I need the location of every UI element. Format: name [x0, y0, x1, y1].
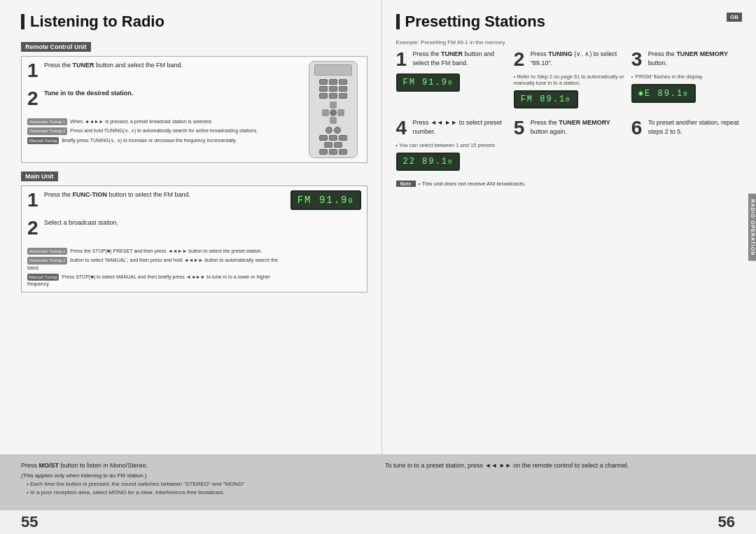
- remote-image: [305, 61, 361, 158]
- bottom-right: To tune in to a preset station, press ◄◄…: [385, 461, 735, 471]
- display-fm-1: FM 91.90: [396, 73, 461, 92]
- main-unit-header: Main Unit: [21, 171, 58, 181]
- remote-section: Remote Control Unit 1 Press the TUNER bu…: [21, 39, 368, 163]
- note-block: Note • This unit does not receive AM bro…: [396, 181, 743, 187]
- gb-badge: GB: [727, 13, 742, 22]
- auto-tuning-annotations: Automatic Tuning 1 When ◄◄►► is pressed,…: [27, 118, 300, 144]
- left-title: Listening to Radio: [21, 13, 368, 31]
- remote-steps-text: 1 Press the TUNER button and select the …: [27, 61, 300, 144]
- left-display-area: FM 91.90: [290, 190, 361, 210]
- page-num-right: 56: [718, 510, 735, 534]
- bottom-left: Press MO/ST button to listen in Mono/Ste…: [21, 461, 371, 497]
- steps-bottom-row: 4 Press ◄◄ ►► to select preset number. •…: [396, 118, 743, 175]
- main-content: Listening to Radio Remote Control Unit 1…: [0, 0, 756, 454]
- right-step-6: 6 To preset another station, repeat step…: [631, 118, 742, 175]
- bottom-left-main: Press MO/ST button to listen in Mono/Ste…: [21, 461, 371, 480]
- bottom-right-text: To tune in to a preset station, press ◄◄…: [385, 461, 735, 471]
- page-numbers: 55 56: [0, 510, 756, 534]
- right-step-4: 4 Press ◄◄ ►► to select preset number. •…: [396, 118, 507, 175]
- right-step-1: 1 Press the TUNER button and select the …: [396, 50, 507, 113]
- right-step-5: 5 Press the TUNER MEMORY button again.: [514, 118, 624, 175]
- display-fm-left: FM 91.90: [290, 190, 361, 210]
- right-step-3: 3 Press the TUNER MEMORY button. • 'PRGM…: [631, 50, 742, 113]
- main-unit-steps: 1 Press the FUNC-TION button to select t…: [27, 190, 285, 288]
- main-unit-box: 1 Press the FUNC-TION button to select t…: [21, 185, 368, 293]
- main-step-2: 2 Select a broadcast station.: [27, 218, 285, 238]
- right-title: Presetting Stations: [396, 13, 743, 31]
- note-label: Note: [396, 181, 416, 187]
- right-page: Presetting Stations GB Example: Presetti…: [382, 0, 757, 454]
- note-text: • This unit does not receive AM broadcas…: [419, 181, 526, 187]
- remote-section-box: 1 Press the TUNER button and select the …: [21, 56, 368, 163]
- display-preset: 22 89.10: [396, 153, 461, 171]
- radio-operation-tab: RADIO OPERATION: [748, 193, 756, 261]
- main-tuning-annotations: Automatic Tuning 1 Press the STOP(■) PRE…: [27, 248, 285, 288]
- page-num-left: 55: [21, 510, 38, 534]
- left-page: Listening to Radio Remote Control Unit 1…: [0, 0, 382, 454]
- bottom-bar: Press MO/ST button to listen in Mono/Ste…: [0, 454, 756, 510]
- right-step-2: 2 Press TUNING (∨, ∧) to select "89.10".…: [514, 50, 624, 113]
- bottom-bullet-2: • In a poor reception area, select MONO …: [21, 489, 371, 497]
- example-text: Example: Presetting FM 89.1 in the memor…: [396, 39, 743, 45]
- main-step-1: 1 Press the FUNC-TION button to select t…: [27, 190, 285, 210]
- bottom-bullet-1: • Each time the button is pressed, the s…: [21, 480, 371, 489]
- remote-step-2: 2 Tune in to the desired station.: [27, 89, 300, 108]
- main-unit-section: Main Unit 1 Press the FUNC-TION button t…: [21, 169, 368, 293]
- steps-top-row: 1 Press the TUNER button and select the …: [396, 50, 743, 113]
- remote-section-header: Remote Control Unit: [21, 42, 91, 52]
- remote-step-1: 1 Press the TUNER button and select the …: [27, 61, 300, 80]
- display-prgm: ✱E 89.10: [631, 84, 696, 103]
- display-fm-2: FM 89.10: [514, 90, 578, 108]
